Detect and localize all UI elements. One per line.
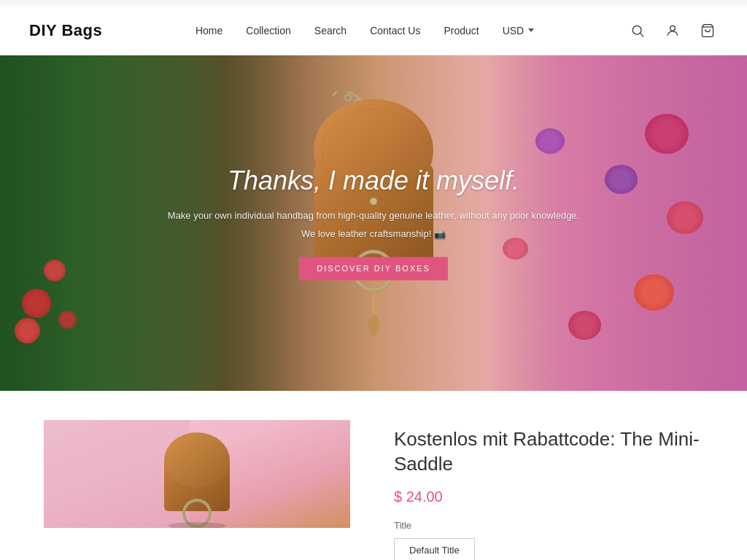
nav-search[interactable]: Search	[314, 25, 347, 36]
fabric-pattern	[535, 128, 565, 154]
fabric-pattern	[605, 165, 638, 194]
currency-label: USD	[503, 25, 525, 36]
fabric-pattern	[634, 274, 674, 311]
main-nav: Home Collection Search Contact Us Produc…	[196, 25, 534, 36]
svg-point-2	[670, 26, 676, 31]
flower-decoration	[22, 289, 51, 318]
hero-section: Thanks, I made it myself. Make your own …	[0, 55, 747, 391]
nav-product[interactable]: Product	[444, 25, 479, 36]
hero-cta-button[interactable]: DISCOVER DIY BOXES	[299, 257, 448, 281]
currency-chevron-icon	[528, 28, 534, 32]
product-variant-label: Title	[394, 520, 703, 531]
flower-decoration	[15, 318, 40, 343]
flower-decoration	[44, 260, 66, 281]
cart-icon	[700, 23, 715, 38]
flower-decoration	[58, 311, 77, 329]
logo[interactable]: DIY Bags	[29, 21, 102, 40]
product-info: Kostenlos mit Rabattcode: The Mini-Saddl…	[394, 420, 703, 560]
cart-button[interactable]	[697, 20, 718, 41]
nav-home[interactable]: Home	[196, 25, 222, 36]
hero-content: Thanks, I made it myself. Make your own …	[155, 166, 592, 280]
svg-line-1	[640, 33, 644, 36]
product-price: $ 24.00	[394, 489, 703, 505]
search-button[interactable]	[627, 20, 648, 41]
product-variant-button[interactable]: Default Title	[394, 538, 475, 560]
product-title: Kostenlos mit Rabattcode: The Mini-Saddl…	[394, 427, 703, 477]
product-image-bg	[44, 420, 350, 528]
svg-point-14	[368, 315, 379, 335]
fabric-pattern	[667, 201, 703, 234]
search-icon	[630, 23, 645, 38]
hero-subtitle: Make your own individual handbag from hi…	[155, 208, 592, 224]
fabric-pattern	[645, 114, 689, 154]
svg-point-6	[345, 95, 351, 101]
announcement-bar	[0, 0, 747, 6]
product-image	[44, 420, 350, 528]
currency-selector[interactable]: USD	[503, 25, 535, 36]
header: DIY Bags Home Collection Search Contact …	[0, 6, 747, 55]
fabric-pattern	[568, 311, 601, 340]
svg-point-18	[164, 432, 230, 488]
nav-collection[interactable]: Collection	[246, 25, 290, 36]
account-button[interactable]	[662, 20, 683, 41]
svg-point-0	[632, 26, 641, 34]
header-icons	[627, 20, 718, 41]
account-icon	[665, 23, 680, 38]
nav-contact[interactable]: Contact Us	[370, 25, 420, 36]
product-section: Kostenlos mit Rabattcode: The Mini-Saddl…	[0, 391, 747, 560]
hero-tagline: We love leather craftsmanship! 📷	[155, 229, 592, 240]
hero-title: Thanks, I made it myself.	[155, 166, 592, 196]
